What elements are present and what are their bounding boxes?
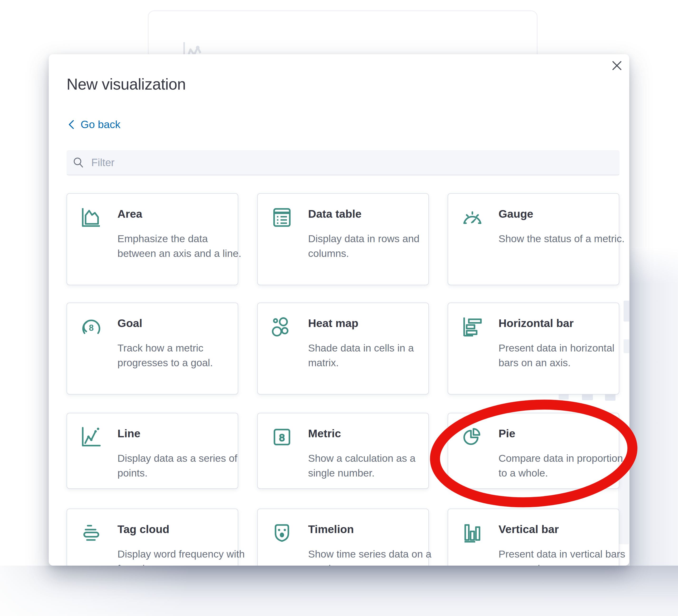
goal-icon: 8 bbox=[80, 315, 104, 339]
vis-type-card-gauge[interactable]: Gauge Show the status of a metric. bbox=[448, 193, 619, 285]
card-description: Display word frequency with font size. bbox=[117, 547, 248, 566]
modal-title: New visualization bbox=[67, 74, 186, 94]
timelion-bear-icon bbox=[270, 522, 294, 545]
vis-type-card-area[interactable]: Area Emphasize the data between an axis … bbox=[67, 193, 238, 285]
card-title: Line bbox=[117, 427, 141, 440]
vis-type-card-metric[interactable]: 8 Metric Show a calculation as a single … bbox=[257, 413, 429, 489]
vis-type-card-horizontal-bar[interactable]: Horizontal bar Present data in horizonta… bbox=[448, 303, 619, 394]
go-back-label: Go back bbox=[81, 118, 120, 131]
filter-input[interactable] bbox=[91, 156, 613, 169]
kibana-new-visualization-screen: New visualization Go back Area bbox=[0, 0, 678, 616]
card-description: Present data in horizontal bars on an ax… bbox=[498, 341, 629, 370]
background-deco-block bbox=[624, 301, 629, 321]
card-title: Vertical bar bbox=[498, 523, 559, 536]
new-visualization-modal: New visualization Go back Area bbox=[49, 54, 629, 566]
tag-cloud-icon bbox=[80, 522, 104, 545]
data-table-icon bbox=[270, 206, 294, 230]
card-title: Heat map bbox=[308, 316, 359, 330]
card-title: Horizontal bar bbox=[498, 316, 574, 330]
horizontal-bar-chart-icon bbox=[461, 315, 485, 339]
card-description: Shade data in cells in a matrix. bbox=[308, 341, 438, 370]
card-title: Goal bbox=[117, 316, 142, 330]
card-title: Area bbox=[117, 207, 142, 221]
metric-icon: 8 bbox=[270, 426, 294, 450]
card-description: Show the status of a metric. bbox=[498, 231, 629, 246]
card-description: Track how a metric progresses to a goal. bbox=[117, 341, 248, 370]
pie-chart-icon bbox=[461, 426, 485, 450]
background-deco-block bbox=[618, 473, 629, 544]
card-description: Display data as a series of points. bbox=[117, 451, 248, 480]
vis-type-card-goal[interactable]: 8 Goal Track how a metric progresses to … bbox=[67, 303, 238, 394]
card-title: Tag cloud bbox=[117, 523, 169, 536]
vis-type-card-tag-cloud[interactable]: Tag cloud Display word frequency with fo… bbox=[67, 509, 238, 566]
card-title: Pie bbox=[498, 427, 515, 440]
vis-type-card-heat-map[interactable]: Heat map Shade data in cells in a matrix… bbox=[257, 303, 429, 394]
vis-type-card-data-table[interactable]: Data table Display data in rows and colu… bbox=[257, 193, 429, 285]
vertical-bar-chart-icon bbox=[461, 522, 485, 545]
background-gradient-bottom-highlight bbox=[0, 566, 678, 616]
vis-type-card-vertical-bar[interactable]: Vertical bar Present data in vertical ba… bbox=[448, 509, 619, 566]
vis-type-card-pie[interactable]: Pie Compare data in proportion to a whol… bbox=[448, 413, 619, 489]
svg-text:8: 8 bbox=[279, 432, 285, 443]
vis-type-card-timelion[interactable]: Timelion Show time series data on a grap… bbox=[257, 509, 429, 566]
background-gradient-right bbox=[630, 247, 678, 616]
card-title: Metric bbox=[308, 427, 341, 440]
go-back-link[interactable]: Go back bbox=[67, 118, 120, 131]
heat-map-icon bbox=[270, 315, 294, 339]
card-description: Show a calculation as a single number. bbox=[308, 451, 438, 480]
line-chart-icon bbox=[80, 426, 104, 450]
card-title: Timelion bbox=[308, 523, 354, 536]
card-title: Gauge bbox=[498, 207, 533, 221]
card-title: Data table bbox=[308, 207, 362, 221]
card-description: Present data in vertical bars on an axis… bbox=[498, 547, 629, 566]
card-description: Show time series data on a graph. bbox=[308, 547, 438, 566]
svg-text:8: 8 bbox=[89, 323, 94, 333]
filter-field bbox=[67, 150, 619, 176]
card-description: Compare data in proportion to a whole. bbox=[498, 451, 629, 480]
card-description: Emphasize the data between an axis and a… bbox=[117, 231, 248, 261]
card-description: Display data in rows and columns. bbox=[308, 231, 438, 261]
close-icon[interactable] bbox=[610, 59, 624, 73]
area-chart-icon bbox=[80, 206, 104, 230]
chevron-left-icon bbox=[67, 119, 75, 130]
gauge-icon bbox=[461, 206, 485, 230]
vis-type-card-line[interactable]: Line Display data as a series of points. bbox=[67, 413, 238, 489]
search-icon bbox=[73, 157, 85, 168]
